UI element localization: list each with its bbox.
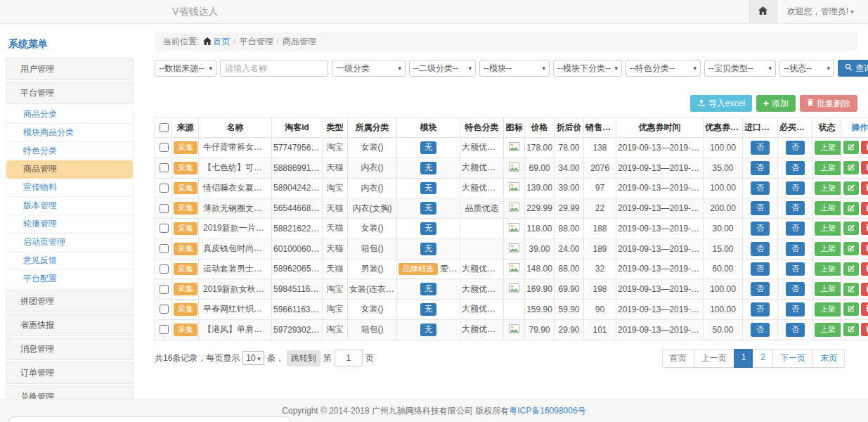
row-checkbox[interactable] xyxy=(160,285,169,294)
import-optional-toggle[interactable]: 否 xyxy=(751,302,770,316)
sidebar-section-item[interactable]: 消息管理 xyxy=(6,338,134,360)
filter-select[interactable]: --数据来源-- xyxy=(155,60,216,77)
must-buy-toggle[interactable]: 否 xyxy=(786,323,805,337)
sidebar-section-item[interactable]: 省惠快报 xyxy=(6,314,134,336)
sidebar-submenu-item[interactable]: 意见反馈 xyxy=(6,252,133,270)
sidebar-section-item[interactable]: 平台管理 xyxy=(6,82,134,104)
row-delete-button[interactable] xyxy=(861,181,868,195)
import-optional-toggle[interactable]: 否 xyxy=(751,161,770,175)
must-buy-toggle[interactable]: 否 xyxy=(786,161,805,175)
filter-select[interactable]: --二级分类-- xyxy=(409,60,476,77)
edit-button[interactable] xyxy=(843,262,859,276)
import-optional-toggle[interactable]: 否 xyxy=(751,181,770,196)
row-delete-button[interactable] xyxy=(861,161,868,174)
icp-link[interactable]: 粤ICP备16098006号 xyxy=(509,406,585,416)
sidebar-submenu-item[interactable]: 轮播管理 xyxy=(6,215,133,234)
filter-select[interactable]: --状态-- xyxy=(779,60,834,77)
edit-button[interactable] xyxy=(843,181,859,195)
sidebar-section-item[interactable]: 订单管理 xyxy=(6,362,134,384)
page-size-select[interactable]: 10 xyxy=(242,351,264,365)
must-buy-toggle[interactable]: 否 xyxy=(786,201,805,215)
row-delete-button[interactable] xyxy=(861,242,868,255)
import-excel-button[interactable]: 导入excel xyxy=(690,95,752,112)
sidebar-submenu-item[interactable]: 宣传物料 xyxy=(6,179,133,197)
edit-button[interactable] xyxy=(843,323,859,336)
edit-button[interactable] xyxy=(843,202,859,215)
row-delete-button[interactable] xyxy=(861,262,868,276)
pagination-button[interactable]: 下一页 xyxy=(772,349,813,368)
pagination-button[interactable]: 1 xyxy=(734,349,754,368)
sidebar-submenu-item[interactable]: 平台配置 xyxy=(6,270,133,288)
import-optional-toggle[interactable]: 否 xyxy=(751,323,770,337)
pagination-button[interactable]: 上一页 xyxy=(694,349,734,368)
status-toggle[interactable]: 上架 xyxy=(815,242,841,256)
row-delete-button[interactable] xyxy=(861,283,868,296)
must-buy-toggle[interactable]: 否 xyxy=(786,282,805,296)
must-buy-toggle[interactable]: 否 xyxy=(786,302,805,316)
name-search-input[interactable] xyxy=(220,60,328,77)
row-checkbox[interactable] xyxy=(160,184,169,193)
row-delete-button[interactable] xyxy=(861,302,868,316)
filter-select[interactable]: --模块下分类-- xyxy=(553,60,622,77)
sidebar-submenu-item[interactable]: 版本管理 xyxy=(6,197,133,215)
sidebar-submenu-item[interactable]: 商品分类 xyxy=(6,106,133,124)
status-toggle[interactable]: 上架 xyxy=(815,141,841,155)
row-delete-button[interactable] xyxy=(861,323,868,336)
must-buy-toggle[interactable]: 否 xyxy=(786,242,805,256)
import-optional-toggle[interactable]: 否 xyxy=(751,201,770,215)
row-checkbox[interactable] xyxy=(160,325,169,334)
edit-button[interactable] xyxy=(843,283,859,296)
sidebar-submenu-item[interactable]: 模块商品分类 xyxy=(6,124,133,142)
filter-select[interactable]: 一级分类 xyxy=(332,60,406,77)
row-delete-button[interactable] xyxy=(861,202,868,215)
sidebar-submenu-item[interactable]: 启动页管理 xyxy=(6,234,133,252)
status-toggle[interactable]: 上架 xyxy=(815,282,841,296)
import-optional-toggle[interactable]: 否 xyxy=(751,141,770,155)
row-checkbox[interactable] xyxy=(160,204,169,213)
search-button[interactable]: 查询 xyxy=(838,60,868,77)
jump-button[interactable]: 跳转到 xyxy=(287,350,320,366)
status-toggle[interactable]: 上架 xyxy=(815,323,841,337)
sidebar-submenu-item[interactable]: 商品管理 xyxy=(6,160,133,179)
status-toggle[interactable]: 上架 xyxy=(815,201,841,215)
row-checkbox[interactable] xyxy=(160,163,169,172)
edit-button[interactable] xyxy=(843,141,859,154)
row-delete-button[interactable] xyxy=(861,222,868,235)
row-checkbox[interactable] xyxy=(160,224,169,233)
user-menu[interactable]: 欢迎您，管理员! xyxy=(777,6,868,18)
pagination-button[interactable]: 末页 xyxy=(812,349,845,368)
row-checkbox[interactable] xyxy=(160,264,169,274)
pagination-button[interactable]: 2 xyxy=(753,349,773,368)
edit-button[interactable] xyxy=(843,161,859,174)
must-buy-toggle[interactable]: 否 xyxy=(786,141,805,155)
row-delete-button[interactable] xyxy=(861,141,868,154)
sidebar-section-item[interactable]: 拼团管理 xyxy=(6,290,134,312)
row-checkbox[interactable] xyxy=(160,305,169,314)
sidebar-submenu-item[interactable]: 特色分类 xyxy=(6,142,133,160)
sidebar-section-item[interactable]: 用户管理 xyxy=(6,58,134,80)
edit-button[interactable] xyxy=(843,242,859,255)
filter-select[interactable]: --模块-- xyxy=(479,60,550,77)
filter-select[interactable]: --宝贝类型-- xyxy=(704,60,776,77)
add-button[interactable]: 添加 xyxy=(756,95,796,112)
batch-delete-button[interactable]: 批量删除 xyxy=(800,95,857,112)
edit-button[interactable] xyxy=(843,302,859,316)
status-toggle[interactable]: 上架 xyxy=(815,161,841,175)
status-toggle[interactable]: 上架 xyxy=(815,262,841,276)
status-toggle[interactable]: 上架 xyxy=(815,181,841,196)
row-checkbox[interactable] xyxy=(160,143,169,152)
filter-select[interactable]: --特色分类-- xyxy=(626,60,701,77)
must-buy-toggle[interactable]: 否 xyxy=(786,181,805,196)
import-optional-toggle[interactable]: 否 xyxy=(751,282,770,296)
status-toggle[interactable]: 上架 xyxy=(815,302,841,316)
home-button[interactable] xyxy=(749,0,777,23)
import-optional-toggle[interactable]: 否 xyxy=(751,262,770,276)
edit-button[interactable] xyxy=(843,222,859,235)
import-optional-toggle[interactable]: 否 xyxy=(751,242,770,256)
jump-page-input[interactable] xyxy=(335,350,363,366)
must-buy-toggle[interactable]: 否 xyxy=(786,222,805,236)
pagination-button[interactable]: 首页 xyxy=(662,349,694,368)
status-toggle[interactable]: 上架 xyxy=(815,222,841,236)
breadcrumb-home-link[interactable]: 首页 xyxy=(213,37,230,46)
import-optional-toggle[interactable]: 否 xyxy=(751,222,770,236)
